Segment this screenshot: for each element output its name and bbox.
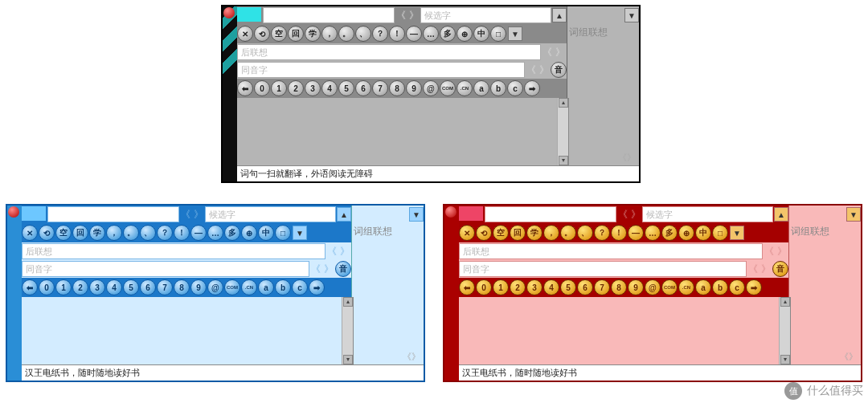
scroll-up-icon[interactable]: ▴ xyxy=(559,98,568,108)
key-button[interactable]: c xyxy=(729,279,745,295)
handwriting-area[interactable]: ▴ ▾ 《》 xyxy=(459,297,861,364)
key-button[interactable]: — xyxy=(190,225,207,241)
arrow-dn-icon[interactable]: ▼ xyxy=(293,226,307,240)
key-button[interactable]: ， xyxy=(106,225,122,241)
key-button[interactable]: 学 xyxy=(526,225,542,241)
key-button[interactable]: ✕ xyxy=(237,26,253,42)
key-button[interactable]: 2 xyxy=(72,279,88,295)
chevron-left-icon[interactable]: 《 xyxy=(309,263,322,276)
scrollbar[interactable]: ▴ ▾ xyxy=(557,98,568,165)
key-button[interactable]: 空 xyxy=(493,225,509,241)
key-button[interactable]: 。 xyxy=(560,225,576,241)
nav-next-button[interactable]: ➡ xyxy=(309,279,325,295)
key-button[interactable]: b xyxy=(275,279,291,295)
arrow-dn-icon[interactable]: ▼ xyxy=(409,207,424,222)
key-button[interactable]: 回 xyxy=(288,26,304,42)
candidate-field[interactable]: 候选字 xyxy=(642,206,774,222)
key-button[interactable]: ？ xyxy=(594,225,610,241)
key-button[interactable]: ⊕ xyxy=(457,26,473,42)
key-button[interactable]: 9 xyxy=(406,80,422,96)
key-button[interactable]: 、 xyxy=(577,225,593,241)
key-button[interactable]: @ xyxy=(645,279,661,295)
chevron-right-icon[interactable]: 》 xyxy=(554,46,567,59)
handwriting-area[interactable]: ▴ ▾ 《》 xyxy=(237,98,639,165)
close-icon[interactable] xyxy=(445,206,457,218)
key-button[interactable]: 1 xyxy=(271,80,287,96)
close-icon[interactable] xyxy=(8,206,19,218)
key-button[interactable]: 学 xyxy=(305,26,321,42)
scroll-up-icon[interactable]: ▴ xyxy=(343,297,353,307)
key-button[interactable]: @ xyxy=(423,80,439,96)
key-button[interactable]: ？ xyxy=(157,225,173,241)
key-button[interactable]: COM xyxy=(440,80,456,96)
nav-prev-button[interactable]: ⬅ xyxy=(22,279,38,295)
key-button[interactable]: 、 xyxy=(140,225,156,241)
key-button[interactable]: 7 xyxy=(594,279,610,295)
homophone-field[interactable]: 同音字 xyxy=(237,62,525,78)
key-button[interactable]: 学 xyxy=(89,225,105,241)
chevron-left-icon[interactable]: 《 xyxy=(395,9,407,22)
phrase-nav[interactable]: 《》 xyxy=(399,349,424,364)
chevron-right-icon[interactable]: 》 xyxy=(407,9,420,22)
key-button[interactable]: 多 xyxy=(440,26,456,42)
scroll-up-icon[interactable]: ▴ xyxy=(780,297,790,307)
key-button[interactable]: ！ xyxy=(389,26,405,42)
key-button[interactable]: c xyxy=(507,80,523,96)
key-button[interactable]: ✕ xyxy=(22,225,38,241)
candidate-field[interactable]: 候选字 xyxy=(205,206,337,222)
key-button[interactable]: □ xyxy=(712,225,728,241)
key-button[interactable]: @ xyxy=(207,279,223,295)
nav-prev-button[interactable]: ⬅ xyxy=(459,279,475,295)
input-field[interactable] xyxy=(485,206,616,222)
input-field[interactable] xyxy=(47,206,179,222)
phrase-nav[interactable]: 《》 xyxy=(615,150,639,165)
key-button[interactable]: 5 xyxy=(123,279,139,295)
key-button[interactable]: ！ xyxy=(174,225,190,241)
homophone-field[interactable]: 同音字 xyxy=(22,261,309,277)
key-button[interactable]: a xyxy=(695,279,711,295)
key-button[interactable]: 多 xyxy=(224,225,240,241)
key-button[interactable]: 8 xyxy=(611,279,627,295)
sound-button[interactable]: 音 xyxy=(772,261,788,277)
key-button[interactable]: a xyxy=(473,80,489,96)
chevron-right-icon[interactable]: 》 xyxy=(776,245,788,258)
key-button[interactable]: — xyxy=(406,26,422,42)
chevron-left-icon[interactable]: 《 xyxy=(179,208,192,222)
nav-next-button[interactable]: ➡ xyxy=(746,279,762,295)
nav-next-button[interactable]: ➡ xyxy=(524,80,540,96)
key-button[interactable]: 2 xyxy=(288,80,304,96)
key-button[interactable]: 、 xyxy=(355,26,371,42)
key-button[interactable]: 1 xyxy=(493,279,509,295)
key-button[interactable]: 0 xyxy=(39,279,55,295)
chevron-left-icon[interactable]: 《 xyxy=(763,245,776,258)
key-button[interactable]: 8 xyxy=(174,279,190,295)
chevron-right-icon[interactable]: 》 xyxy=(338,245,351,258)
key-button[interactable]: □ xyxy=(490,26,506,42)
key-button[interactable]: ， xyxy=(321,26,338,42)
key-button[interactable]: 5 xyxy=(338,80,354,96)
key-button[interactable]: 中 xyxy=(695,225,711,241)
arrow-dn-icon[interactable]: ▼ xyxy=(846,207,861,222)
key-button[interactable]: 6 xyxy=(577,279,593,295)
key-button[interactable]: ⟲ xyxy=(39,225,55,241)
sound-button[interactable]: 音 xyxy=(551,62,567,78)
key-button[interactable]: 7 xyxy=(372,80,388,96)
key-button[interactable]: ？ xyxy=(372,26,388,42)
key-button[interactable]: … xyxy=(207,225,223,241)
scrollbar[interactable]: ▴ ▾ xyxy=(342,297,353,364)
chevron-left-icon[interactable]: 《 xyxy=(326,245,338,258)
key-button[interactable]: 空 xyxy=(55,225,72,241)
key-button[interactable]: — xyxy=(628,225,644,241)
chevron-right-icon[interactable]: 》 xyxy=(538,63,551,77)
key-button[interactable]: 回 xyxy=(72,225,88,241)
chevron-right-icon[interactable]: 》 xyxy=(192,208,205,222)
scroll-dn-icon[interactable]: ▾ xyxy=(780,355,790,364)
key-button[interactable]: .CN xyxy=(241,279,257,295)
key-button[interactable]: COM xyxy=(224,279,240,295)
key-button[interactable]: 7 xyxy=(157,279,173,295)
chevron-left-icon[interactable]: 《 xyxy=(525,63,538,77)
key-button[interactable]: 3 xyxy=(526,279,542,295)
key-button[interactable]: 5 xyxy=(560,279,576,295)
nav-prev-button[interactable]: ⬅ xyxy=(237,80,253,96)
arrow-up-icon[interactable]: ▲ xyxy=(774,207,788,222)
